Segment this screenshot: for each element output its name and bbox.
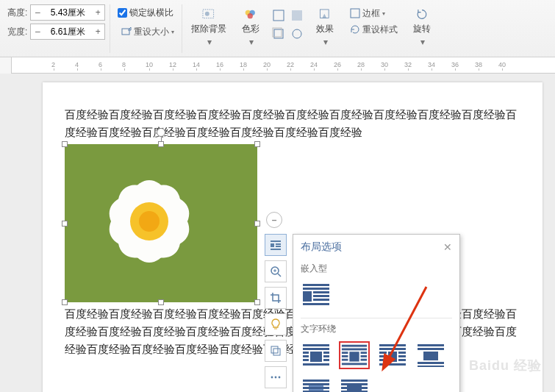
svg-rect-56 [349, 352, 359, 361]
dropdown-caret-icon: ▾ [249, 37, 254, 47]
more-button[interactable] [265, 366, 287, 388]
width-increase[interactable]: + [91, 24, 104, 39]
body-text-1[interactable]: 百度经验百度经验百度经验百度经验百度经验百度经验百度经验百度经验百度经验百度经验… [65, 106, 520, 141]
resize-handle-br[interactable] [254, 299, 260, 305]
ruler-tick: 24 [310, 61, 318, 68]
ruler-tick: 32 [404, 61, 412, 68]
lock-ratio-input[interactable] [118, 8, 127, 18]
wrap-inline[interactable] [301, 281, 332, 309]
selected-image[interactable] [65, 144, 257, 302]
collapse-button[interactable]: – [266, 212, 282, 228]
svg-rect-30 [271, 346, 278, 353]
svg-rect-67 [379, 355, 387, 357]
reset-size-button[interactable]: 重设大小 ▾ [118, 24, 177, 40]
resize-handle-bl[interactable] [62, 299, 68, 305]
ruler-tick: 14 [193, 61, 200, 68]
svg-rect-39 [313, 295, 329, 297]
idea-button[interactable] [265, 313, 287, 335]
svg-rect-74 [423, 352, 438, 360]
ruler-tick: 16 [216, 61, 223, 68]
svg-point-32 [271, 377, 273, 379]
ruler-tick: 4 [75, 61, 79, 68]
wrap-top-bottom[interactable] [415, 341, 446, 369]
ruler-tick: 26 [334, 61, 341, 68]
height-spinbox[interactable]: – + [30, 4, 105, 21]
svg-rect-63 [379, 348, 406, 350]
wrap-square[interactable] [301, 341, 332, 369]
preset-4[interactable] [289, 26, 305, 42]
resize-handle-l[interactable] [62, 221, 68, 227]
resize-handle-tl[interactable] [62, 141, 68, 147]
ruler-tick: 18 [240, 61, 247, 68]
svg-point-19 [139, 211, 160, 232]
flower-illustration [79, 154, 219, 286]
horizontal-ruler[interactable]: 246810121416182022242628303234363840 [51, 60, 537, 71]
ruler-tick: 10 [146, 61, 153, 68]
layout-options-button[interactable] [265, 234, 287, 256]
width-decrease[interactable]: – [31, 24, 44, 39]
svg-rect-57 [342, 355, 348, 357]
preset-1[interactable] [271, 7, 287, 24]
duplicate-button[interactable] [265, 340, 287, 362]
divider [301, 318, 452, 318]
preset-2[interactable] [289, 7, 305, 24]
svg-rect-65 [398, 352, 406, 354]
dropdown-caret-icon: ▾ [207, 37, 212, 47]
document-canvas: 百度经验百度经验百度经验百度经验百度经验百度经验百度经验百度经验百度经验百度经验… [0, 74, 555, 392]
reset-style-label: 重设样式 [362, 24, 398, 36]
svg-point-10 [293, 29, 301, 38]
dropdown-caret-icon: ▾ [382, 10, 385, 17]
border-button[interactable]: 边框 ▾ [346, 6, 401, 21]
height-decrease[interactable]: – [31, 5, 44, 20]
resize-handle-tr[interactable] [254, 141, 260, 147]
border-icon [349, 7, 361, 19]
height-input[interactable] [44, 5, 91, 20]
svg-rect-76 [418, 366, 444, 367]
svg-rect-71 [379, 363, 406, 366]
svg-rect-55 [361, 352, 368, 354]
dropdown-caret-icon: ▾ [323, 37, 328, 47]
svg-rect-73 [418, 348, 444, 350]
svg-point-2 [205, 12, 210, 16]
effects-button[interactable]: 效果 ▾ [309, 4, 340, 50]
remove-background-icon [199, 7, 218, 21]
ruler-tick: 30 [381, 61, 388, 68]
wrap-behind[interactable] [301, 377, 332, 392]
svg-rect-20 [271, 240, 281, 242]
reset-style-button[interactable]: 重设样式 [346, 22, 401, 37]
svg-rect-46 [310, 352, 322, 362]
dropdown-caret-icon: ▾ [171, 29, 174, 35]
resize-handle-t[interactable] [158, 141, 164, 147]
crop-button[interactable] [265, 287, 287, 309]
size-group: 高度: – + 宽度: – + [3, 4, 110, 53]
lock-ratio-label: 锁定纵横比 [129, 7, 173, 19]
wrap-front[interactable] [339, 377, 370, 392]
lock-ratio-checkbox[interactable]: 锁定纵横比 [118, 4, 177, 21]
ruler-tick: 6 [99, 61, 102, 68]
ruler-tick: 8 [122, 61, 126, 68]
resize-handle-b[interactable] [158, 299, 164, 305]
svg-rect-53 [342, 349, 367, 351]
more-icon [269, 371, 282, 384]
svg-rect-6 [273, 10, 284, 21]
rotate-button[interactable]: 旋转 ▾ [407, 4, 437, 50]
width-input[interactable] [44, 24, 91, 39]
zoom-button[interactable] [265, 260, 287, 282]
width-spinbox[interactable]: – + [30, 24, 105, 40]
wrap-through[interactable] [377, 341, 408, 369]
remove-background-label: 抠除背景 [191, 23, 226, 35]
svg-rect-38 [313, 291, 329, 293]
resize-handle-r[interactable] [254, 221, 260, 227]
preset-3[interactable] [271, 26, 287, 42]
svg-rect-22 [276, 243, 281, 245]
popover-close-button[interactable]: ✕ [443, 241, 452, 253]
svg-rect-7 [292, 10, 302, 21]
wrap-tight[interactable] [339, 341, 370, 369]
ruler-tick: 34 [428, 61, 435, 68]
effects-icon [315, 7, 334, 21]
rotate-handle[interactable] [157, 128, 165, 137]
remove-background-button[interactable]: 抠除背景 ▾ [185, 4, 232, 50]
height-increase[interactable]: + [91, 5, 104, 20]
color-button[interactable]: 色彩 ▾ [235, 4, 266, 50]
svg-rect-40 [313, 299, 329, 301]
